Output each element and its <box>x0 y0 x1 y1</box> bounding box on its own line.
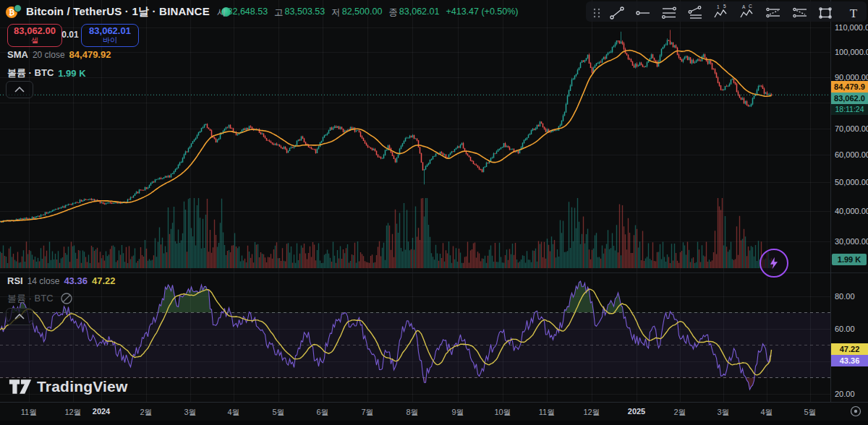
watermark-text: TradingView <box>37 378 128 395</box>
price-axis-label: 30,000.00 <box>835 237 868 246</box>
rsi-value-badge: 43.36 <box>831 355 868 366</box>
lightning-icon <box>767 256 781 270</box>
chevron-up-icon <box>14 87 25 93</box>
instant-trade-button[interactable] <box>760 249 788 278</box>
volume-name: 볼륨 · BTC <box>7 66 54 80</box>
buy-label: 바이 <box>103 37 117 45</box>
time-axis-label: 12월 <box>583 407 600 418</box>
pair-logo-icon: ₿ <box>6 4 20 19</box>
spread-value: 0.01 <box>61 30 80 40</box>
time-axis-label: 6월 <box>316 407 328 418</box>
open-value: 82,648.53 <box>228 7 268 19</box>
hidden-volume-label: 볼륨 · BTC <box>7 292 54 305</box>
sma-name: SMA <box>7 49 28 60</box>
tool-elliott-wave-ac-icon[interactable]: AC <box>739 4 756 22</box>
sma-value: 84,479.92 <box>69 49 111 60</box>
change-value: +413.47 (+0.50%) <box>446 7 518 19</box>
time-axis-label: 9월 <box>451 407 464 418</box>
time-axis-label: 2월 <box>673 407 686 418</box>
symbol-header: ₿ Bitcoin / TetherUS · 1날 · BINANCE <box>6 4 231 19</box>
svg-text:A: A <box>742 4 746 9</box>
buy-price: 83,062.01 <box>89 26 131 36</box>
time-axis-label: 3월 <box>717 407 729 418</box>
sma-params: 20 close <box>33 50 65 60</box>
tool-grip-icon[interactable] <box>588 4 605 22</box>
time-axis-label: 7월 <box>361 407 373 418</box>
close-label: 종 <box>388 7 398 19</box>
price-axis-label: 60.00 <box>835 325 855 333</box>
time-axis[interactable]: 11월12월20242월3월4월5월6월7월8월9월10월11월12월20252… <box>0 403 868 421</box>
bottom-strip <box>0 421 868 425</box>
price-axis-label: 40,000.00 <box>835 207 868 215</box>
ohlc-values: 시82,648.53 고83,503.53 저82,500.00 종83,062… <box>217 7 519 19</box>
tool-horizontal-line-icon[interactable] <box>634 4 652 22</box>
time-axis-label: 4월 <box>227 407 239 418</box>
chevron-up-icon <box>14 314 25 319</box>
tool-fib-retracement-icon[interactable] <box>660 4 678 22</box>
time-axis-label: 5월 <box>272 407 284 418</box>
svg-text:1: 1 <box>717 4 720 9</box>
tradingview-logo-icon <box>9 377 32 396</box>
sell-label: 셀 <box>31 37 38 45</box>
collapse-legend-button[interactable] <box>6 81 33 98</box>
tether-logo-icon <box>14 4 22 12</box>
time-axis-label: 10월 <box>494 407 511 418</box>
rsi-params: 14 close <box>27 276 60 286</box>
time-axis-label: 2025 <box>628 407 645 416</box>
bar-countdown: 18:11:24 <box>831 104 868 115</box>
rsi-value: 43.36 <box>64 275 88 286</box>
low-label: 저 <box>331 7 341 19</box>
price-axis-label: 50,000.00 <box>835 178 868 186</box>
drawing-toolbar: 15ACT <box>586 1 867 22</box>
time-axis-label: 2024 <box>93 407 110 416</box>
volume-legend[interactable]: 볼륨 · BTC 1.99 K <box>7 66 86 80</box>
price-axis-label: 70,000.00 <box>835 124 868 133</box>
price-axis-label: 60,000.00 <box>835 150 868 159</box>
open-label: 시 <box>217 7 226 19</box>
collapse-rsi-legend-button[interactable] <box>6 308 33 325</box>
sma-legend[interactable]: SMA 20 close 84,479.92 <box>7 49 111 60</box>
symbol-title[interactable]: Bitcoin / TetherUS · 1날 · BINANCE <box>26 5 210 19</box>
buy-button[interactable]: 83,062.01 바이 <box>81 24 139 47</box>
tool-short-position-icon[interactable] <box>791 4 809 22</box>
axis-settings-icon[interactable] <box>849 405 862 421</box>
tool-long-position-icon[interactable] <box>765 4 782 22</box>
time-axis-label: 11월 <box>539 407 555 418</box>
sma-price-badge: 84,479.9 <box>831 81 868 93</box>
volume-value: 1.99 K <box>58 68 85 79</box>
price-axis-label: 20.00 <box>835 390 855 398</box>
rsi-name: RSI <box>7 275 23 286</box>
eye-slash-icon[interactable] <box>59 291 74 306</box>
time-axis-label: 3월 <box>184 407 196 418</box>
time-axis-label: 8월 <box>406 407 418 418</box>
close-value: 83,062.01 <box>399 7 440 19</box>
time-axis-label: 11월 <box>21 407 37 418</box>
tool-parallel-channel-icon[interactable] <box>687 4 705 22</box>
price-axis-label: 110,000.00 <box>835 23 868 32</box>
hidden-volume-legend[interactable]: 볼륨 · BTC <box>7 291 74 306</box>
time-axis-label: 2월 <box>140 407 152 418</box>
time-axis-label: 5월 <box>804 407 816 418</box>
tool-elliott-wave-15-icon[interactable]: 15 <box>712 4 730 22</box>
tool-trend-line-icon[interactable] <box>608 4 626 22</box>
sell-price: 83,062.00 <box>14 26 56 36</box>
rsi-ma-badge: 47.22 <box>831 343 868 355</box>
time-axis-label: 4월 <box>760 407 773 418</box>
rsi-legend[interactable]: RSI 14 close 43.36 47.22 <box>7 275 115 286</box>
price-axis-label: 100,000.00 <box>835 48 868 56</box>
chart-canvas[interactable] <box>0 0 868 425</box>
tradingview-watermark: TradingView <box>9 377 128 396</box>
volume-badge: 1.99 K <box>832 254 867 265</box>
price-axis[interactable]: 110,000.00100,000.0090,000.0070,000.0060… <box>831 0 868 402</box>
rsi-ma-value: 47.22 <box>92 275 116 286</box>
high-label: 고 <box>274 7 284 19</box>
low-value: 82,500.00 <box>342 7 383 19</box>
svg-text:C: C <box>749 4 752 9</box>
last-price-badge: 83,062.0 <box>831 93 868 104</box>
high-value: 83,503.53 <box>285 7 326 19</box>
price-axis-label: 80.00 <box>835 292 855 301</box>
svg-text:5: 5 <box>723 4 726 9</box>
time-axis-label: 12월 <box>64 407 81 418</box>
sell-button[interactable]: 83,062.00 셀 <box>7 24 62 47</box>
